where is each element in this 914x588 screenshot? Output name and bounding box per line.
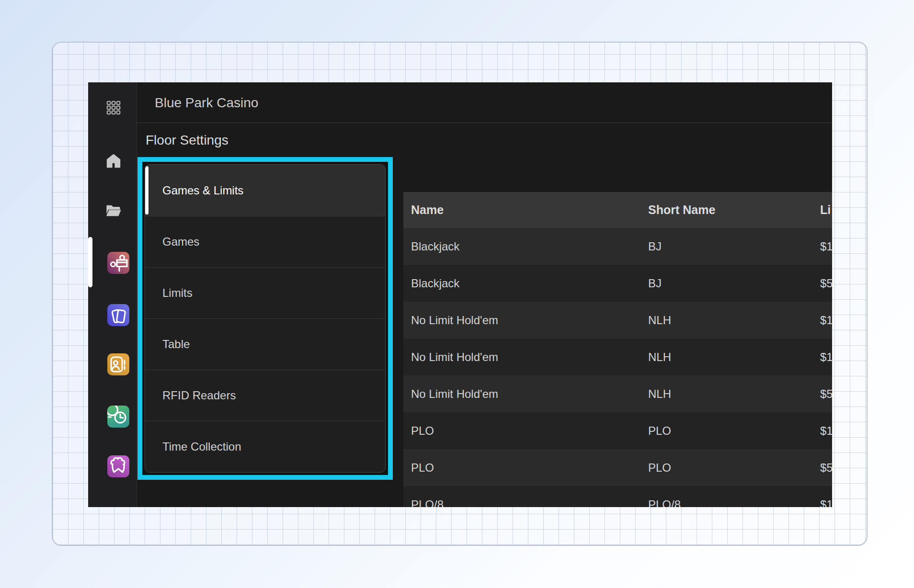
- floor-settings-app-icon[interactable]: [107, 252, 129, 274]
- menu-item-label: Games & Limits: [162, 184, 243, 197]
- rewards-app-icon[interactable]: [107, 455, 129, 477]
- table-row[interactable]: PLO PLO $5: [403, 449, 832, 486]
- app-window: Blue Park Casino Floor Settings Games & …: [88, 82, 832, 507]
- cell-short-name: BJ: [648, 228, 662, 265]
- menu-item-label: Limits: [162, 286, 193, 300]
- time-clock-glyph: [107, 406, 129, 428]
- table-row[interactable]: No Limit Hold'em NLH $1: [403, 339, 832, 375]
- cell-limit: $1: [820, 412, 832, 449]
- cell-limit: $1: [820, 486, 832, 507]
- cell-short-name: NLH: [648, 375, 671, 412]
- cell-name: No Limit Hold'em: [411, 302, 498, 339]
- table-row[interactable]: PLO/8 PLO/8 $1: [403, 486, 832, 507]
- folder-icon[interactable]: [105, 203, 122, 219]
- cards-glyph: [107, 304, 129, 326]
- folder-glyph: [105, 203, 122, 218]
- menu-item-limits[interactable]: Limits: [145, 267, 385, 318]
- cell-short-name: BJ: [648, 265, 662, 302]
- cell-name: PLO/8: [411, 486, 444, 507]
- active-nav-indicator: [88, 237, 92, 287]
- sidebar: [88, 82, 137, 507]
- settings-menu: Games & Limits Games Limits Table RFID R…: [145, 164, 386, 473]
- cell-limit: $1: [820, 302, 832, 339]
- home-glyph: [105, 153, 122, 169]
- cell-name: Blackjack: [411, 228, 459, 265]
- table-row[interactable]: PLO PLO $1: [403, 412, 832, 449]
- games-limits-table: Name Short Name Li Blackjack BJ $1 Black…: [403, 192, 832, 507]
- rewards-glyph: [107, 455, 129, 477]
- cell-short-name: NLH: [648, 302, 671, 339]
- column-header-limit: Li: [820, 192, 831, 228]
- menu-item-games[interactable]: Games: [145, 216, 385, 267]
- menu-item-rfid-readers[interactable]: RFID Readers: [145, 370, 385, 421]
- table-row[interactable]: No Limit Hold'em NLH $5: [403, 375, 832, 412]
- cell-short-name: NLH: [648, 339, 671, 375]
- menu-item-label: RFID Readers: [162, 389, 236, 402]
- cell-limit: $1: [820, 228, 832, 265]
- app-launcher-glyph: [105, 100, 122, 116]
- menu-item-games-and-limits[interactable]: Games & Limits: [145, 165, 385, 216]
- table-header-row: Name Short Name Li: [403, 192, 832, 228]
- cell-short-name: PLO/8: [648, 486, 681, 507]
- cell-name: PLO: [411, 412, 434, 449]
- selected-item-indicator: [145, 166, 149, 215]
- title-bar: Blue Park Casino: [137, 82, 832, 123]
- highlight-outline: Games & Limits Games Limits Table RFID R…: [137, 157, 393, 480]
- cell-limit: $1: [820, 339, 832, 375]
- table-row[interactable]: Blackjack BJ $5: [403, 265, 832, 302]
- menu-item-label: Time Collection: [162, 440, 241, 453]
- cell-limit: $5: [820, 375, 832, 412]
- menu-item-label: Games: [162, 235, 199, 249]
- cell-limit: $5: [820, 265, 832, 302]
- page-title: Floor Settings: [146, 124, 228, 157]
- column-header-short-name: Short Name: [648, 192, 715, 228]
- home-icon[interactable]: [105, 153, 122, 169]
- cell-name: No Limit Hold'em: [411, 375, 498, 412]
- contacts-app-icon[interactable]: [107, 353, 129, 375]
- column-header-name: Name: [411, 192, 444, 228]
- menu-item-label: Table: [162, 338, 190, 351]
- menu-item-table[interactable]: Table: [145, 318, 385, 370]
- cards-app-icon[interactable]: [107, 304, 129, 326]
- table-row[interactable]: No Limit Hold'em NLH $1: [403, 302, 832, 339]
- table-row[interactable]: Blackjack BJ $1: [403, 228, 832, 265]
- cell-limit: $5: [820, 449, 832, 486]
- app-launcher-icon[interactable]: [105, 100, 122, 116]
- menu-item-time-collection[interactable]: Time Collection: [145, 421, 385, 472]
- cell-short-name: PLO: [648, 449, 671, 486]
- contacts-glyph: [107, 353, 129, 375]
- cell-name: Blackjack: [411, 265, 459, 302]
- cell-name: PLO: [411, 449, 434, 486]
- app-title: Blue Park Casino: [155, 82, 258, 123]
- cell-name: No Limit Hold'em: [411, 339, 498, 375]
- floor-settings-glyph: [107, 252, 129, 274]
- cell-short-name: PLO: [648, 412, 671, 449]
- time-clock-app-icon[interactable]: [107, 406, 129, 428]
